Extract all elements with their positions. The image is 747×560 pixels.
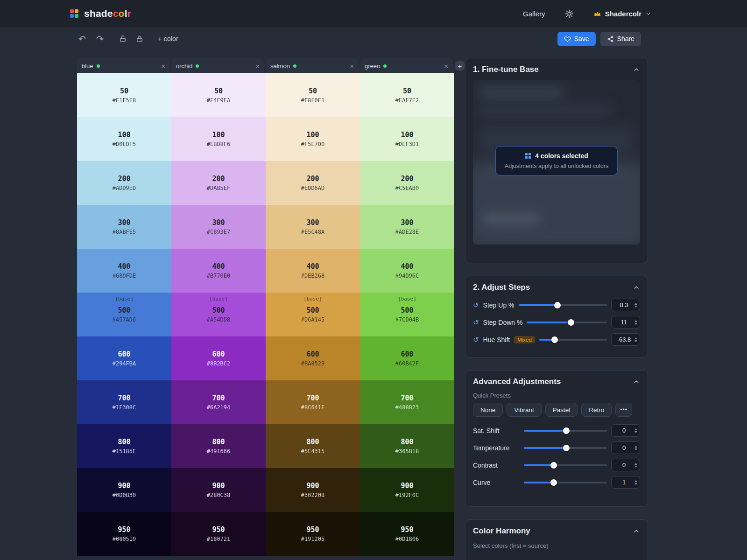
shade-cell[interactable]: 100#F5E7D0 — [266, 117, 360, 161]
slider-handle[interactable] — [550, 479, 557, 486]
palette-tab[interactable]: orchid× — [171, 58, 264, 73]
close-icon[interactable]: × — [161, 63, 165, 70]
shade-cell[interactable]: 800#15185E — [77, 424, 171, 468]
lock-all-button[interactable] — [135, 34, 144, 43]
reset-icon[interactable]: ↺ — [473, 319, 479, 326]
palette-tab[interactable]: salmon× — [266, 58, 359, 73]
number-input[interactable]: -63.8 — [611, 333, 640, 346]
collapse-button[interactable] — [633, 527, 640, 535]
shade-cell[interactable]: 200#ADD9ED — [77, 161, 171, 205]
shade-cell[interactable]: 900#30220B — [266, 468, 360, 512]
add-column-button[interactable]: + — [455, 61, 465, 70]
shade-cell[interactable]: 900#0D0B30 — [77, 468, 171, 512]
shade-cell[interactable]: 200#EDD6AD — [266, 161, 360, 205]
shade-cell[interactable]: 600#60B42F — [360, 336, 454, 380]
shade-cell[interactable]: 400#B770E0 — [171, 249, 266, 293]
unlock-all-button[interactable] — [118, 34, 127, 43]
number-input[interactable]: 1 — [611, 476, 640, 489]
preset-button[interactable]: Pastel — [545, 403, 578, 417]
save-button[interactable]: Save — [557, 32, 596, 46]
number-input[interactable]: 0 — [611, 424, 640, 437]
spinner-arrows[interactable] — [634, 428, 637, 433]
shade-cell[interactable]: [base]500#A54DD8 — [171, 293, 266, 336]
shade-cell[interactable]: 900#280C38 — [171, 468, 266, 512]
slider-handle[interactable] — [568, 319, 574, 326]
shade-cell[interactable]: [base]500#D6A145 — [266, 293, 360, 336]
close-icon[interactable]: × — [350, 63, 354, 70]
shade-cell[interactable]: 50#E1F5F8 — [77, 73, 171, 117]
spinner-arrows[interactable] — [634, 463, 637, 468]
shade-cell[interactable]: 50#EAF7E2 — [360, 73, 454, 117]
shade-cell[interactable]: 50#F8F0E1 — [266, 73, 360, 117]
shade-cell[interactable]: 300#8ABFE5 — [77, 205, 171, 249]
slider-track[interactable] — [539, 339, 607, 341]
shade-cell[interactable]: 700#1F308C — [77, 380, 171, 424]
slider-track[interactable] — [519, 304, 607, 306]
spinner-arrows[interactable] — [634, 446, 637, 450]
shade-cell[interactable]: 50#F4E9FA — [171, 73, 266, 117]
close-icon[interactable]: × — [255, 63, 260, 70]
close-icon[interactable]: × — [444, 63, 448, 70]
spinner-arrows[interactable] — [634, 320, 637, 325]
shade-cell[interactable]: 600#8B2BC2 — [171, 336, 266, 380]
add-color-button[interactable]: + color — [158, 35, 178, 42]
preset-button[interactable]: Retro — [581, 403, 612, 417]
shade-cell[interactable]: 400#DEB268 — [266, 249, 360, 293]
shade-cell[interactable]: 100#D0EDF5 — [77, 117, 171, 161]
collapse-button[interactable] — [633, 378, 640, 385]
share-button[interactable]: Share — [600, 32, 641, 46]
undo-button[interactable]: ↶ — [77, 35, 87, 43]
shade-cell[interactable]: 300#C893E7 — [171, 205, 266, 249]
shade-cell[interactable]: 950#180721 — [171, 512, 266, 556]
shade-cell[interactable]: 100#EBD8F6 — [171, 117, 266, 161]
slider-track[interactable] — [524, 464, 607, 466]
shade-cell[interactable]: 400#689FDE — [77, 249, 171, 293]
shade-cell[interactable]: 700#6A2194 — [171, 380, 266, 424]
reset-icon[interactable]: ↺ — [473, 301, 479, 308]
slider-track[interactable] — [524, 430, 607, 432]
shade-cell[interactable]: 600#294FBA — [77, 336, 171, 380]
shade-cell[interactable]: [base]500#7CD04B — [360, 293, 454, 336]
shade-cell[interactable]: 400#94D96C — [360, 249, 454, 293]
redo-button[interactable]: ↷ — [95, 35, 105, 43]
slider-track[interactable] — [524, 447, 607, 449]
slider-handle[interactable] — [551, 336, 558, 343]
collapse-button[interactable] — [633, 66, 640, 73]
shade-cell[interactable]: 700#488823 — [360, 380, 454, 424]
slider-handle[interactable] — [563, 427, 570, 434]
shade-cell[interactable]: 200#C5EAB0 — [360, 161, 454, 205]
slider-track[interactable] — [524, 482, 607, 483]
gallery-link[interactable]: Gallery — [523, 10, 545, 18]
shade-cell[interactable]: 800#491666 — [171, 424, 266, 468]
slider-handle[interactable] — [563, 445, 570, 451]
shade-cell[interactable]: 600#BA8529 — [266, 336, 360, 380]
shade-cell[interactable]: 300#ADE28E — [360, 205, 454, 249]
shade-cell[interactable]: 800#305B18 — [360, 424, 454, 468]
shade-cell[interactable]: 700#8C641F — [266, 380, 360, 424]
shade-cell[interactable]: 950#191205 — [266, 512, 360, 556]
more-presets-button[interactable]: ••• — [615, 403, 632, 417]
spinner-arrows[interactable] — [634, 337, 637, 342]
number-input[interactable]: 0 — [611, 459, 640, 471]
number-input[interactable]: 8.3 — [611, 299, 640, 311]
number-input[interactable]: 11 — [611, 316, 640, 329]
palette-tab[interactable]: green× — [360, 58, 453, 73]
slider-handle[interactable] — [550, 462, 557, 469]
slider-track[interactable] — [527, 322, 607, 323]
preset-button[interactable]: Vibrant — [507, 403, 542, 417]
palette-tab[interactable]: blue× — [77, 58, 170, 73]
shade-cell[interactable]: 950#080519 — [77, 512, 171, 556]
shade-cell[interactable]: [base]500#457AD6 — [77, 293, 171, 336]
shade-cell[interactable]: 200#DAB5EF — [171, 161, 266, 205]
reset-icon[interactable]: ↺ — [473, 336, 479, 343]
shade-cell[interactable]: 900#192F0C — [360, 468, 454, 512]
spinner-arrows[interactable] — [634, 480, 637, 485]
preset-button[interactable]: None — [473, 403, 503, 417]
account-menu[interactable]: Shadercolr — [593, 10, 651, 18]
shade-cell[interactable]: 950#0D1806 — [360, 512, 454, 556]
shade-cell[interactable]: 300#E5C48A — [266, 205, 360, 249]
logo-text[interactable]: shadecolr — [84, 8, 131, 19]
spinner-arrows[interactable] — [634, 303, 637, 308]
collapse-button[interactable] — [633, 284, 640, 291]
shade-cell[interactable]: 800#5E4315 — [266, 424, 360, 468]
